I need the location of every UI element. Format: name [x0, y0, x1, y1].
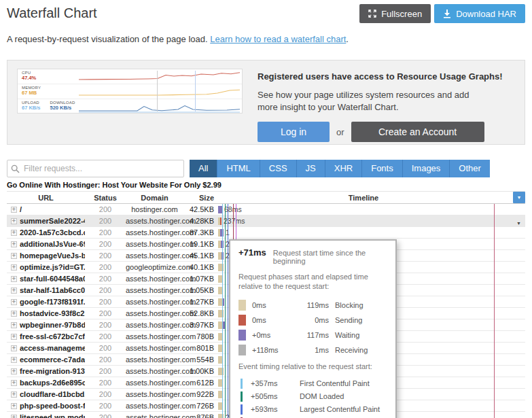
page-description: A request-by-request visualization of th…	[7, 34, 525, 44]
column-header-url[interactable]: URL	[7, 194, 85, 202]
request-url: optimize.js?id=GT...	[20, 262, 85, 273]
request-domain: googleoptimize.com	[126, 262, 183, 273]
request-domain: assets.hostinger.com	[126, 343, 183, 353]
filter-tab-html[interactable]: HTML	[217, 160, 260, 177]
request-size: 726B	[183, 400, 214, 411]
expand-row-icon[interactable]: +	[11, 207, 17, 213]
tooltip-event-row: +357msFirst Contentful Paint	[238, 377, 387, 390]
fullscreen-button[interactable]: Fullscreen	[359, 4, 431, 23]
request-timeline-cell[interactable]: 1	[214, 227, 525, 238]
timeline-bar-segment	[222, 321, 225, 329]
filter-bar: AllHTMLCSSJSXHRFontsImagesOther	[7, 160, 525, 177]
registration-promo: CPU 47.4% MEMORY 67 MB	[7, 60, 525, 145]
expand-row-icon[interactable]: +	[11, 345, 17, 351]
request-size: 52.8KB	[183, 308, 214, 319]
page-header: Waterfall Chart Fullscreen Download HAR	[7, 4, 525, 23]
request-url-cell: +backups-2d6e895c...	[7, 377, 85, 388]
column-header-timeline[interactable]: Timeline	[214, 194, 513, 202]
expand-row-icon[interactable]: +	[11, 357, 17, 363]
request-url: wpbeginner-97b8d...	[20, 319, 85, 330]
phase-color-swatch	[238, 345, 246, 355]
expand-row-icon[interactable]: +	[11, 276, 17, 282]
request-timeline-cell[interactable]: 68ms	[214, 204, 525, 215]
search-icon	[11, 164, 20, 176]
timeline-bar-segment	[218, 298, 223, 306]
timeline-bar-segment	[218, 414, 224, 418]
filter-requests-input[interactable]	[7, 160, 184, 177]
event-label: First Contentful Paint	[300, 379, 370, 387]
waterfall-help-link[interactable]: Learn how to read a waterfall chart	[210, 34, 346, 44]
expand-row-icon[interactable]: +	[11, 311, 17, 317]
phase-color-swatch	[238, 300, 246, 311]
timeline-bar-segment	[218, 356, 223, 364]
expand-row-icon[interactable]: +	[11, 334, 17, 340]
request-status: 200	[85, 319, 126, 330]
expand-row-icon[interactable]: +	[11, 299, 17, 305]
expand-row-icon[interactable]: +	[11, 230, 17, 236]
promo-text-block: Registered users have access to Resource…	[258, 69, 515, 136]
expand-row-icon[interactable]: +	[11, 415, 17, 418]
table-row[interactable]: +/200hostinger.com42.5KB68ms	[7, 204, 525, 215]
network-sparkline	[77, 99, 241, 114]
column-header-status[interactable]: Status	[85, 194, 126, 202]
request-url: ecommerce-c7ada...	[20, 354, 85, 365]
request-size: 45.1KB	[183, 250, 214, 261]
request-url-cell: +wpbeginner-97b8d...	[7, 319, 85, 330]
column-header-domain[interactable]: Domain	[126, 194, 183, 202]
request-url: homepageVueJs-b...	[20, 250, 85, 261]
filter-tab-images[interactable]: Images	[403, 160, 450, 177]
download-har-button[interactable]: Download HAR	[434, 4, 525, 23]
phase-elapsed-time: 117ms	[293, 331, 335, 339]
timeline-options-dropdown[interactable]: ▼	[513, 192, 525, 203]
timeline-bar-segment	[221, 252, 224, 260]
filter-tab-js[interactable]: JS	[297, 160, 325, 177]
expand-row-icon[interactable]: +	[11, 380, 17, 386]
phase-label: Receiving	[335, 346, 368, 354]
filter-tab-other[interactable]: Other	[450, 160, 490, 177]
filter-tab-fonts[interactable]: Fonts	[362, 160, 403, 177]
request-timeline-cell[interactable]: 237ms	[214, 215, 525, 226]
expand-row-icon[interactable]: +	[11, 368, 17, 375]
request-size: 876B	[183, 412, 214, 418]
description-text: A request-by-request visualization of th…	[7, 34, 210, 44]
expand-row-icon[interactable]: +	[11, 253, 17, 259]
request-url: access-manageme...	[20, 343, 85, 353]
table-row[interactable]: +2020-1a57c3cbcd.c...200assets.hostinger…	[7, 227, 525, 239]
event-label: DOM Loaded	[300, 392, 344, 400]
column-header-size[interactable]: Size	[183, 194, 214, 202]
create-account-button[interactable]: Create an Account	[351, 122, 484, 142]
request-url: backups-2d6e895c...	[20, 377, 85, 388]
login-button[interactable]: Log in	[258, 122, 330, 142]
table-row[interactable]: +summerSale2022-4...200assets.hostinger.…	[7, 215, 525, 227]
request-domain: assets.hostinger.com	[126, 308, 183, 319]
request-url-cell: +cloudflare-d1bcbd...	[7, 389, 85, 400]
filter-tab-xhr[interactable]: XHR	[325, 160, 362, 177]
request-status: 200	[85, 285, 126, 296]
graph-cursor-line	[195, 71, 196, 111]
request-status: 200	[85, 250, 126, 261]
expand-row-icon[interactable]: +	[11, 391, 17, 398]
phase-label: Sending	[335, 316, 362, 324]
request-status: 200	[85, 343, 126, 353]
request-size: 4.28KB	[183, 215, 214, 226]
cpu-sparkline	[77, 69, 241, 84]
expand-row-icon[interactable]: +	[11, 218, 17, 224]
expand-row-icon[interactable]: +	[11, 264, 17, 271]
expand-row-icon[interactable]: +	[11, 241, 17, 247]
graph-ref-line	[157, 71, 158, 111]
filter-tab-all[interactable]: All	[190, 160, 217, 177]
phase-color-swatch	[238, 315, 246, 326]
hostinger-ad-link[interactable]: Go Online With Hostinger: Host Your Webs…	[7, 181, 525, 189]
request-url-cell: +free-migration-913...	[7, 366, 85, 377]
request-size: 42.5KB	[183, 204, 214, 215]
expand-row-icon[interactable]: +	[11, 322, 17, 328]
request-url-cell: +ecommerce-c7ada...	[7, 354, 85, 365]
request-domain: assets.hostinger.com	[126, 250, 183, 261]
tooltip-offset-description: Request start time since the beginning	[273, 249, 387, 265]
request-size: 87.3KB	[183, 227, 214, 238]
request-domain: assets.hostinger.com	[126, 273, 183, 284]
request-url-cell: +star-full-6044548a0...	[7, 273, 85, 284]
expand-row-icon[interactable]: +	[11, 288, 17, 294]
filter-tab-css[interactable]: CSS	[260, 160, 297, 177]
expand-row-icon[interactable]: +	[11, 403, 17, 409]
